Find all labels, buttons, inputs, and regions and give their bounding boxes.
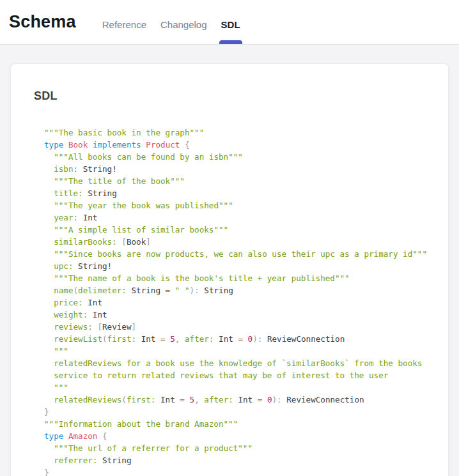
code-token-str: """The year the book was published""" [54,201,233,210]
code-token-plain [243,334,248,344]
code-token-str: """The url of a referrer for a product""… [54,443,253,453]
code-line: """All books can be found by an isbn""" [44,151,425,163]
code-token-punct: ( [74,286,79,295]
code-token-attr: upc: [54,261,73,271]
code-line: similarBooks: [Book] [44,236,425,248]
code-token-attr: delimeter: [78,286,127,295]
code-token-attr: weight: [54,310,88,319]
code-token-plain [44,298,54,307]
code-token-plain [44,310,54,319]
code-line: type Amazon { [44,430,425,442]
code-token-plain: Int [233,395,258,404]
code-token-plain [180,334,185,344]
code-token-plain: ReviewConnection [262,334,345,344]
code-token-cls: Amazon [68,431,98,441]
code-token-plain [44,249,54,259]
code-token-attr: referrer: [54,456,97,465]
code-token-attr: after: [185,334,214,344]
code-token-punct: ): [190,286,199,295]
code-token-plain [44,213,54,222]
content-area: SDL """The basic book in the graph"""typ… [0,45,459,476]
code-token-plain [44,273,54,283]
code-token-str: """Information about the brand Amazon""" [44,419,238,429]
code-line: upc: String! [44,260,425,272]
code-token-op: = [180,395,185,404]
code-line: """A simple list of similar books""" [44,224,425,236]
code-token-punct: } [44,407,49,417]
code-token-punct: [ [121,237,127,247]
code-token-str: relatedReviews for a book use the knowle… [54,358,422,368]
code-token-plain [44,188,54,198]
page-header: Schema Reference Changelog SDL [0,0,459,45]
code-token-plain [97,431,102,441]
code-token-plain [44,358,54,368]
code-token-plain [44,334,54,344]
code-token-plain [185,395,190,404]
code-line: reviews: [Review] [44,321,425,333]
code-line: year: Int [44,211,425,224]
code-token-plain [44,152,54,162]
sdl-card: SDL """The basic book in the graph"""typ… [10,63,449,476]
code-token-punct: ] [132,322,137,332]
code-token-plain: Int [83,298,102,307]
code-line: name(delimeter: String = " "): String [44,284,425,296]
code-token-plain [44,164,54,174]
code-token-attr: isbn: [54,164,78,174]
code-line: relatedReviews for a book use the knowle… [44,357,425,369]
code-token-cls: Product [146,140,180,150]
code-token-str: """The basic book in the graph""" [44,128,204,137]
code-token-plain [44,346,54,356]
code-line: isbn: String! [44,163,425,175]
code-token-str: """The name of a book is the book's titl… [54,273,350,283]
code-line: type Book implements Product { [44,139,425,151]
page-title: Schema [9,12,76,32]
tab-sdl[interactable]: SDL [214,0,247,44]
code-token-attr: first: [107,334,137,344]
code-token-plain [44,371,54,380]
code-line: } [44,466,425,476]
code-token-plain [44,456,54,465]
code-token-attr: title: [54,188,83,198]
code-line: service to return related reviews that m… [44,369,425,381]
code-token-plain: Review [102,322,132,332]
code-token-attr: year: [54,213,78,222]
code-token-punct: ): [253,334,262,344]
code-line: weight: Int [44,309,425,321]
code-line: relatedReviews(first: Int = 5, after: In… [44,394,425,406]
code-token-num: 5 [190,395,195,404]
code-token-plain [88,140,93,150]
code-token-punct: ): [272,395,282,404]
code-line: """Information about the brand Amazon""" [44,418,425,430]
code-token-str: """A simple list of similar books""" [54,225,228,234]
code-line: """The url of a referrer for a product""… [44,442,425,454]
code-line: """The year the book was published""" [44,199,425,211]
tab-reference[interactable]: Reference [95,0,153,44]
code-token-plain [44,443,54,453]
code-token-punct: ( [121,395,127,404]
code-token-attr: reviews: [54,322,93,332]
code-token-cls: Book [68,140,88,150]
code-token-plain [44,225,54,234]
tab-changelog[interactable]: Changelog [153,0,214,44]
code-token-plain: Int [78,213,97,222]
code-line: reviewList(first: Int = 5, after: Int = … [44,333,425,345]
code-token-plain: ReviewConnection [282,395,364,404]
code-token-plain [44,395,54,404]
code-token-str: """The title of the book""" [54,176,185,186]
code-token-num: 0 [267,395,272,404]
tabs-nav: Reference Changelog SDL [95,0,247,44]
code-token-str: service to return related reviews that m… [54,371,388,380]
code-token-kw: type [44,431,63,441]
code-token-str: """All books can be found by an isbn""" [54,152,243,162]
code-token-punct: } [44,468,49,476]
code-token-str: """ [54,346,68,356]
code-token-plain [44,286,54,295]
code-line: } [44,406,425,418]
code-line: """The basic book in the graph""" [44,127,425,139]
code-token-attr: reviewList [54,334,102,344]
code-token-plain: Int [136,334,160,344]
code-token-punct: { [185,140,190,150]
code-token-plain: String [199,286,233,295]
code-line: """The title of the book""" [44,175,425,187]
code-token-str: """Since books are now products, we can … [54,249,427,259]
